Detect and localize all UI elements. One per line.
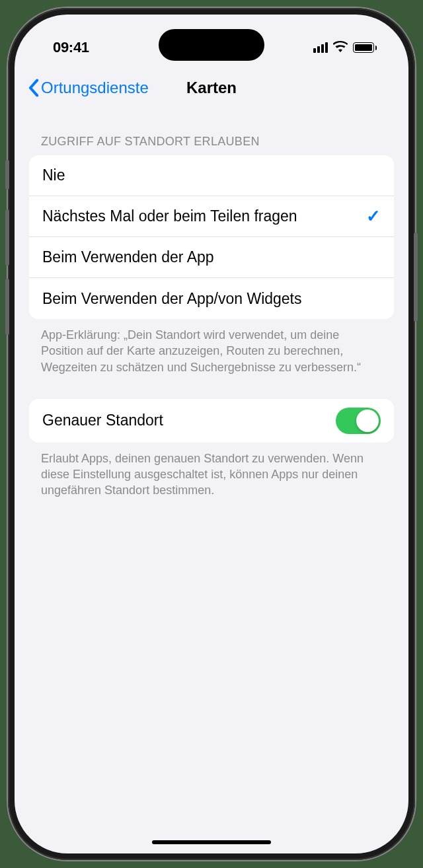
location-access-header: Zugriff auf Standort erlauben xyxy=(41,135,394,149)
status-icons xyxy=(313,39,377,56)
battery-icon xyxy=(353,42,377,53)
location-option-ask-next-time[interactable]: Nächstes Mal oder beim Teilen fragen ✓ xyxy=(29,196,394,237)
status-time: 09:41 xyxy=(53,39,89,56)
option-label: Nächstes Mal oder beim Teilen fragen xyxy=(42,207,297,225)
phone-device-frame: 09:41 Ortungsdienste Karten xyxy=(8,8,415,860)
back-button[interactable]: Ortungsdienste xyxy=(28,79,149,97)
home-indicator[interactable] xyxy=(152,840,271,844)
location-option-while-using-widgets[interactable]: Beim Verwenden der App/von Widgets xyxy=(29,278,394,319)
volume-down-button xyxy=(5,279,9,335)
precise-location-section: Genauer Standort Erlaubt Apps, deinen ge… xyxy=(29,399,394,499)
settings-content: Zugriff auf Standort erlauben Nie Nächst… xyxy=(15,135,408,499)
location-access-footer: App-Erklärung: „Dein Standort wird verwe… xyxy=(41,327,382,375)
option-label: Beim Verwenden der App/von Widgets xyxy=(42,290,302,308)
option-label: Nie xyxy=(42,166,65,184)
phone-screen: 09:41 Ortungsdienste Karten xyxy=(15,15,408,853)
page-title: Karten xyxy=(186,79,237,97)
option-label: Beim Verwenden der App xyxy=(42,248,214,266)
back-button-label: Ortungsdienste xyxy=(41,79,149,97)
navigation-bar: Ortungsdienste Karten xyxy=(15,67,408,108)
location-option-while-using[interactable]: Beim Verwenden der App xyxy=(29,237,394,278)
precise-location-footer: Erlaubt Apps, deinen genauen Standort zu… xyxy=(41,451,382,499)
checkmark-icon: ✓ xyxy=(366,206,381,227)
precise-location-toggle[interactable] xyxy=(336,408,381,434)
volume-up-button xyxy=(5,209,9,266)
power-button xyxy=(414,233,418,322)
precise-location-label: Genauer Standort xyxy=(42,412,163,429)
precise-location-row: Genauer Standort xyxy=(29,399,394,443)
location-access-group: Nie Nächstes Mal oder beim Teilen fragen… xyxy=(29,155,394,319)
wifi-icon xyxy=(333,39,348,56)
cellular-signal-icon xyxy=(313,42,328,53)
dynamic-island xyxy=(159,29,264,61)
chevron-left-icon xyxy=(28,79,40,97)
toggle-knob xyxy=(356,410,379,432)
silent-switch xyxy=(5,160,9,190)
location-option-never[interactable]: Nie xyxy=(29,155,394,196)
